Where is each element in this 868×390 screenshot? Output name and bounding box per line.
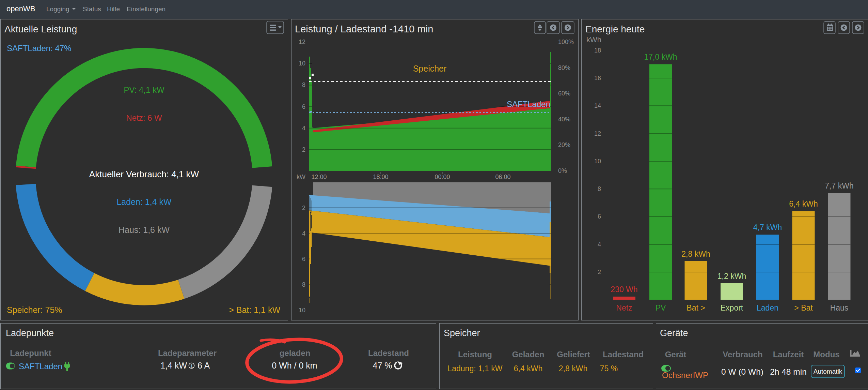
svg-text:20%: 20% xyxy=(558,141,570,148)
svg-text:Gerät: Gerät xyxy=(665,350,686,359)
svg-text:Aktuelle Leistung: Aktuelle Leistung xyxy=(4,24,77,34)
svg-text:Haus: Haus xyxy=(830,303,849,312)
svg-text:Energie heute: Energie heute xyxy=(585,24,645,34)
svg-text:230 Wh: 230 Wh xyxy=(611,285,637,294)
svg-text:Ladestand: Ladestand xyxy=(603,350,644,359)
svg-text:PV: PV xyxy=(656,303,666,312)
svg-text:SAFTLaden: SAFTLaden xyxy=(19,362,62,371)
svg-text:2: 2 xyxy=(302,146,305,153)
svg-text:0 W (0 Wh): 0 W (0 Wh) xyxy=(721,367,763,376)
svg-text:6: 6 xyxy=(302,256,305,262)
svg-text:12:00: 12:00 xyxy=(311,174,327,180)
svg-text:Ladepunkt: Ladepunkt xyxy=(10,348,51,358)
svg-text:Ladestand: Ladestand xyxy=(368,348,409,358)
svg-text:Geräte: Geräte xyxy=(660,328,688,338)
svg-text:Haus: 1,6 kW: Haus: 1,6 kW xyxy=(119,225,170,235)
svg-text:18:00: 18:00 xyxy=(373,174,388,180)
svg-text:10: 10 xyxy=(594,158,601,165)
svg-text:Ladung: 1,1 kW: Ladung: 1,1 kW xyxy=(447,364,502,373)
svg-text:1,2 kWh: 1,2 kWh xyxy=(717,272,746,281)
svg-text:OchsnerIWP: OchsnerIWP xyxy=(662,371,708,380)
svg-text:2,8 kWh: 2,8 kWh xyxy=(559,364,587,373)
svg-text:Laden: 1,4 kW: Laden: 1,4 kW xyxy=(116,197,172,207)
svg-text:40%: 40% xyxy=(558,116,570,123)
svg-text:00:00: 00:00 xyxy=(435,174,450,180)
svg-text:Ladepunkte: Ladepunkte xyxy=(6,328,54,338)
svg-text:Modus: Modus xyxy=(813,350,839,359)
svg-text:6,4 kWh: 6,4 kWh xyxy=(514,364,542,373)
svg-text:2: 2 xyxy=(302,205,305,211)
svg-text:Ladeparameter: Ladeparameter xyxy=(158,348,217,358)
svg-text:16: 16 xyxy=(594,75,601,81)
svg-text:8: 8 xyxy=(302,281,305,288)
svg-text:60%: 60% xyxy=(558,90,570,97)
svg-text:Leistung / Ladestand -1410 min: Leistung / Ladestand -1410 min xyxy=(295,24,433,34)
svg-text:1,4 kW: 1,4 kW xyxy=(160,361,187,370)
svg-text:1: 1 xyxy=(190,363,193,369)
svg-text:2: 2 xyxy=(598,269,601,275)
svg-text:4: 4 xyxy=(598,241,601,248)
svg-text:Geladen: Geladen xyxy=(512,350,545,359)
svg-text:Netz: Netz xyxy=(616,303,632,312)
svg-text:SAFTLaden: 47%: SAFTLaden: 47% xyxy=(7,44,71,53)
svg-text:06:00: 06:00 xyxy=(495,174,510,180)
svg-text:2,8 kWh: 2,8 kWh xyxy=(681,250,710,258)
svg-text:Automatik: Automatik xyxy=(814,368,842,375)
svg-text:100%: 100% xyxy=(558,39,574,45)
svg-text:47 %: 47 % xyxy=(373,361,392,370)
svg-text:14: 14 xyxy=(594,102,601,109)
svg-text:kWh: kWh xyxy=(586,35,601,44)
svg-text:18: 18 xyxy=(594,47,601,54)
svg-text:10: 10 xyxy=(299,307,305,314)
svg-text:Speicher: 75%: Speicher: 75% xyxy=(7,305,62,315)
svg-text:Speicher: Speicher xyxy=(444,328,480,338)
svg-text:17,0 kWh: 17,0 kWh xyxy=(644,52,677,61)
svg-text:> Bat: > Bat xyxy=(794,303,813,312)
svg-text:kW: kW xyxy=(297,174,305,180)
svg-text:10: 10 xyxy=(299,60,305,67)
svg-text:12: 12 xyxy=(299,39,305,45)
svg-text:0%: 0% xyxy=(558,167,567,174)
svg-text:Laufzeit: Laufzeit xyxy=(773,350,804,359)
svg-text:75 %: 75 % xyxy=(600,364,618,373)
svg-text:80%: 80% xyxy=(558,64,570,71)
svg-text:> Bat: 1,1 kW: > Bat: 1,1 kW xyxy=(229,305,280,315)
svg-text:4,7 kWh: 4,7 kWh xyxy=(753,223,782,232)
svg-text:PV: 4,1 kW: PV: 4,1 kW xyxy=(124,85,164,94)
svg-text:8: 8 xyxy=(598,185,601,192)
svg-text:8: 8 xyxy=(302,81,305,88)
svg-text:Aktueller Verbrauch: 4,1 kW: Aktueller Verbrauch: 4,1 kW xyxy=(89,169,199,179)
svg-text:6,4 kWh: 6,4 kWh xyxy=(789,199,818,208)
svg-text:2h 48 min: 2h 48 min xyxy=(770,367,807,376)
svg-text:6: 6 xyxy=(302,103,305,110)
svg-text:Speicher: Speicher xyxy=(413,64,447,73)
svg-text:Netz: 6 W: Netz: 6 W xyxy=(126,113,162,122)
svg-text:7,7 kWh: 7,7 kWh xyxy=(825,181,853,190)
svg-text:Verbrauch: Verbrauch xyxy=(723,350,762,359)
svg-text:Laden: Laden xyxy=(757,303,778,312)
svg-text:6 A: 6 A xyxy=(198,361,210,370)
svg-text:6: 6 xyxy=(598,213,601,220)
svg-text:4: 4 xyxy=(302,230,305,237)
svg-text:Bat >: Bat > xyxy=(686,303,705,312)
svg-text:4: 4 xyxy=(302,125,305,132)
svg-text:Export: Export xyxy=(721,303,743,312)
svg-text:Leistung: Leistung xyxy=(458,350,492,359)
svg-text:12: 12 xyxy=(594,130,601,137)
svg-text:geladen: geladen xyxy=(280,348,311,358)
svg-text:0 Wh / 0 km: 0 Wh / 0 km xyxy=(272,361,317,370)
svg-text:Geliefert: Geliefert xyxy=(557,350,590,359)
svg-text:SAFTLaden: SAFTLaden xyxy=(507,100,550,109)
